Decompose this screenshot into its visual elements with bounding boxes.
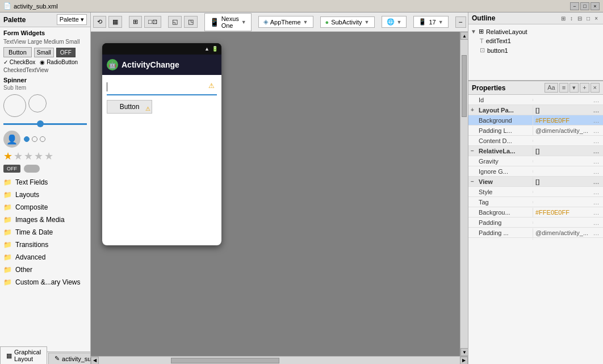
spinner-label[interactable]: Spinner xyxy=(3,77,87,83)
device-dropdown[interactable]: 📱 Nexus One ▼ xyxy=(204,13,252,31)
prop-more-layout[interactable]: … xyxy=(589,107,603,114)
prop-more-style[interactable]: … xyxy=(589,189,603,195)
outline-ctrl-3[interactable]: ⊟ xyxy=(576,15,584,22)
radio-dot-3[interactable] xyxy=(40,136,45,142)
tree-item-button1[interactable]: ⊡ button1 xyxy=(468,45,603,55)
prop-value-background[interactable]: #FFE0E0FF xyxy=(533,116,589,125)
v-scroll-track[interactable] xyxy=(460,40,468,348)
prop-value-style[interactable] xyxy=(533,191,589,193)
small-widget-btn[interactable]: Small xyxy=(34,48,54,57)
tab-activity-xml[interactable]: ✎ activity_sub.xml xyxy=(48,353,91,364)
prop-more-contentd[interactable]: … xyxy=(589,137,603,144)
zoom-out-btn[interactable]: − xyxy=(455,16,466,28)
star-1[interactable]: ★ xyxy=(3,150,12,162)
slider-thumb[interactable] xyxy=(37,120,44,127)
layout-extra-btn[interactable]: ◱ xyxy=(168,16,182,28)
palette-item-time-date[interactable]: 📁 Time & Date xyxy=(0,226,90,239)
prop-more-tag[interactable]: … xyxy=(589,199,603,206)
vertical-scrollbar[interactable]: ▲ ▼ xyxy=(460,32,468,356)
medium-size[interactable]: Medium xyxy=(44,39,64,45)
small-size[interactable]: Small xyxy=(65,39,79,45)
prop-expand-view[interactable]: − xyxy=(468,178,476,185)
props-ctrl-sort-alpha[interactable]: Aa xyxy=(545,83,558,93)
prop-expand-rel[interactable]: − xyxy=(468,148,476,154)
tree-item-relative-layout[interactable]: ▼ ⊞ RelativeLayout xyxy=(468,27,603,36)
prop-more-paddingl[interactable]: … xyxy=(589,127,603,134)
locale-dropdown[interactable]: 🌐 ▼ xyxy=(382,16,407,28)
radio-button-item[interactable]: ◉ RadioButton xyxy=(40,59,78,65)
palette-item-layouts[interactable]: 📁 Layouts xyxy=(0,189,90,201)
prop-value-padding[interactable] xyxy=(533,221,589,224)
prop-value-gravity[interactable] xyxy=(533,160,589,162)
button-widget[interactable]: Button ⚠ xyxy=(107,100,152,114)
props-ctrl-add[interactable]: + xyxy=(580,83,589,93)
prop-value-ignoreg[interactable] xyxy=(533,170,589,173)
v-scroll-thumb[interactable] xyxy=(462,55,467,117)
toggle-track[interactable] xyxy=(24,165,40,173)
palette-item-advanced[interactable]: 📁 Advanced xyxy=(0,251,90,263)
toggle-off-btn[interactable]: OFF xyxy=(3,165,20,173)
star-5[interactable]: ★ xyxy=(44,150,53,162)
checked-text-view[interactable]: CheckedTextView xyxy=(3,67,87,73)
props-ctrl-sort-cat[interactable]: ≡ xyxy=(559,83,568,93)
large-size[interactable]: Large xyxy=(28,39,44,45)
h-scroll-right-btn[interactable]: ▶ xyxy=(460,357,468,365)
layout-grid-btn[interactable]: ⊞ xyxy=(129,16,142,28)
layout-snap-btn[interactable]: □⊡ xyxy=(144,16,161,28)
star-4[interactable]: ★ xyxy=(34,150,43,162)
palette-item-text-fields[interactable]: 📁 Text Fields xyxy=(0,176,90,189)
edit-text-widget[interactable]: ⚠ xyxy=(107,80,217,95)
prop-more-padding2[interactable]: … xyxy=(589,229,603,236)
layout-nav-btn-1[interactable]: ⟲ xyxy=(93,16,106,28)
prop-value-padding2[interactable]: @dimen/activity_... xyxy=(533,228,589,237)
v-scroll-up-btn[interactable]: ▲ xyxy=(460,32,468,40)
h-scroll-track[interactable] xyxy=(99,357,460,365)
palette-item-composite[interactable]: 📁 Composite xyxy=(0,201,90,214)
prop-more-padding[interactable]: … xyxy=(589,219,603,226)
radio-dot-2[interactable] xyxy=(32,136,37,142)
prop-value-tag[interactable] xyxy=(533,201,589,203)
prop-more-background[interactable]: … xyxy=(589,117,603,124)
button-widget-btn[interactable]: Button xyxy=(3,47,32,57)
canvas-inner[interactable]: ▲ 🔋 🤖 ActivityChange ⚠ xyxy=(91,32,460,356)
prop-more-ignoreg[interactable]: … xyxy=(589,168,603,175)
prop-value-padding3[interactable]: @dimen/activity_... xyxy=(533,239,589,240)
palette-dropdown[interactable]: Palette ▾ xyxy=(57,14,87,25)
outline-ctrl-2[interactable]: ↕ xyxy=(568,15,575,22)
prop-more-gravity[interactable]: … xyxy=(589,158,603,165)
prop-more-relativela[interactable]: … xyxy=(589,148,603,154)
palette-item-other[interactable]: 📁 Other xyxy=(0,263,90,276)
h-scroll-left-btn[interactable]: ◀ xyxy=(91,357,99,365)
prop-value-layout[interactable]: [] xyxy=(533,106,589,115)
maximize-button[interactable]: □ xyxy=(580,2,589,10)
outline-ctrl-1[interactable]: ⊞ xyxy=(559,15,567,22)
outline-ctrl-4[interactable]: □ xyxy=(585,15,592,22)
minimize-button[interactable]: − xyxy=(570,2,579,10)
tab-graphical-layout[interactable]: ▦ Graphical Layout xyxy=(0,346,47,364)
palette-item-custom-views[interactable]: 📁 Custom &...ary Views xyxy=(0,276,90,288)
prop-more-view[interactable]: … xyxy=(589,178,603,185)
palette-item-transitions[interactable]: 📁 Transitions xyxy=(0,239,90,251)
off-widget-btn[interactable]: OFF xyxy=(56,48,76,57)
palette-item-images-media[interactable]: 📁 Images & Media xyxy=(0,214,90,226)
prop-value-view[interactable]: [] xyxy=(533,177,589,186)
textview-size[interactable]: TextView xyxy=(3,39,26,45)
prop-expand-layout[interactable]: + xyxy=(468,107,476,113)
tree-item-edittext1[interactable]: T editText1 xyxy=(468,36,603,45)
prop-more-padding3[interactable]: … xyxy=(589,240,603,240)
theme-dropdown[interactable]: ◈ AppTheme ▼ xyxy=(258,16,313,28)
props-ctrl-filter[interactable]: ▾ xyxy=(570,83,579,93)
outline-ctrl-close[interactable]: × xyxy=(593,15,600,22)
prop-value-backgrou[interactable]: #FFE0E0FF xyxy=(533,208,589,217)
layout-nav-btn-2[interactable]: ▦ xyxy=(108,16,122,28)
h-scroll-thumb[interactable] xyxy=(171,358,279,363)
prop-value-paddingl[interactable]: @dimen/activity_... xyxy=(533,126,589,135)
prop-more-id[interactable]: … xyxy=(589,97,603,103)
api-dropdown[interactable]: 📱 17 ▼ xyxy=(413,16,448,28)
v-scroll-down-btn[interactable]: ▼ xyxy=(460,348,468,356)
close-button[interactable]: × xyxy=(591,2,600,10)
prop-more-backgrou[interactable]: … xyxy=(589,209,603,216)
star-2[interactable]: ★ xyxy=(14,150,23,162)
checkbox-item[interactable]: ✓ CheckBox xyxy=(3,59,35,65)
props-ctrl-close[interactable]: × xyxy=(591,83,600,93)
